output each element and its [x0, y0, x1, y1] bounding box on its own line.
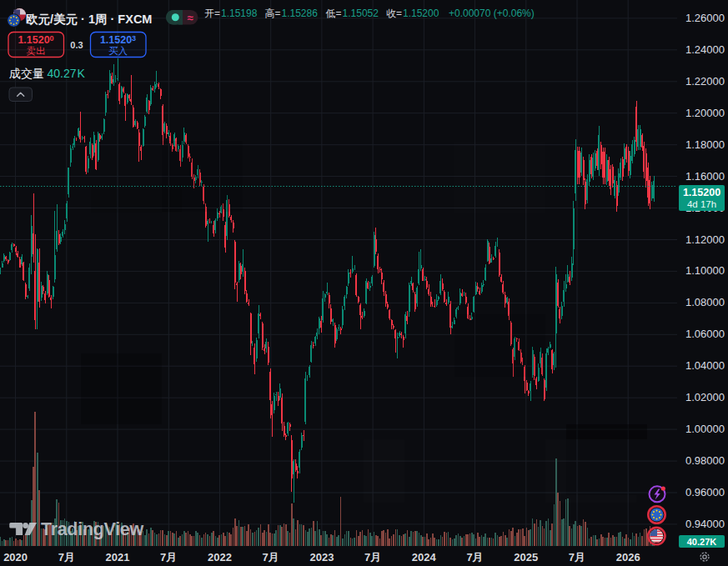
svg-text:≈: ≈: [187, 12, 193, 24]
svg-text:1.15198: 1.15198: [221, 8, 258, 19]
svg-text:欧元/美元 · 1周 · FXCM: 欧元/美元 · 1周 · FXCM: [26, 13, 152, 26]
svg-text:1.16000: 1.16000: [685, 170, 725, 183]
svg-text:4d 17h: 4d 17h: [687, 199, 716, 209]
svg-text:2025: 2025: [514, 551, 538, 563]
svg-text:1.15052: 1.15052: [343, 8, 379, 19]
svg-text:0.94000: 0.94000: [685, 518, 725, 530]
svg-text:1.26000: 1.26000: [685, 12, 725, 24]
svg-text:40.27K: 40.27K: [48, 67, 86, 80]
svg-text:1.15200: 1.15200: [18, 34, 53, 46]
svg-text:7月: 7月: [364, 551, 381, 563]
svg-text:0.98000: 0.98000: [685, 454, 725, 467]
svg-text:1.18000: 1.18000: [685, 138, 725, 151]
svg-text:7月: 7月: [58, 551, 75, 563]
svg-text:2026: 2026: [616, 551, 640, 563]
svg-text:+0.00070 (+0.06%): +0.00070 (+0.06%): [449, 8, 535, 19]
svg-text:TradingView: TradingView: [41, 519, 144, 539]
svg-text:2020: 2020: [3, 551, 28, 563]
svg-text:1.15286: 1.15286: [282, 8, 319, 19]
svg-text:1.00000: 1.00000: [685, 423, 725, 435]
svg-text:收=: 收=: [386, 8, 402, 19]
svg-text:2022: 2022: [208, 551, 232, 563]
svg-text:2021: 2021: [106, 551, 130, 563]
svg-text:卖出: 卖出: [27, 46, 46, 56]
svg-text:成交量: 成交量: [9, 67, 44, 80]
svg-text:7月: 7月: [160, 551, 177, 563]
svg-text:1.06000: 1.06000: [685, 328, 725, 340]
svg-text:7月: 7月: [263, 551, 279, 563]
svg-text:2024: 2024: [412, 551, 437, 563]
svg-text:0.3: 0.3: [70, 40, 83, 50]
svg-text:1.15200: 1.15200: [403, 8, 439, 19]
svg-text:0.96000: 0.96000: [685, 486, 725, 498]
svg-text:7月: 7月: [466, 551, 483, 563]
svg-text:2023: 2023: [309, 551, 334, 563]
svg-text:1.24000: 1.24000: [685, 43, 725, 56]
svg-text:开=: 开=: [204, 8, 220, 19]
svg-text:1.02000: 1.02000: [685, 391, 725, 403]
svg-text:1.08000: 1.08000: [685, 296, 725, 308]
svg-text:低=: 低=: [326, 8, 342, 19]
svg-text:7月: 7月: [569, 551, 585, 563]
svg-text:1.20000: 1.20000: [685, 107, 725, 119]
svg-text:1.10000: 1.10000: [685, 264, 725, 277]
svg-text:1.15203: 1.15203: [100, 34, 136, 46]
svg-text:高=: 高=: [265, 8, 281, 19]
svg-text:40.27K: 40.27K: [687, 537, 717, 547]
svg-text:1.22000: 1.22000: [685, 75, 725, 88]
svg-text:1.04000: 1.04000: [685, 359, 725, 372]
svg-text:1.12000: 1.12000: [685, 233, 725, 246]
svg-text:买入: 买入: [108, 46, 128, 56]
svg-text:1.15200: 1.15200: [683, 187, 720, 198]
